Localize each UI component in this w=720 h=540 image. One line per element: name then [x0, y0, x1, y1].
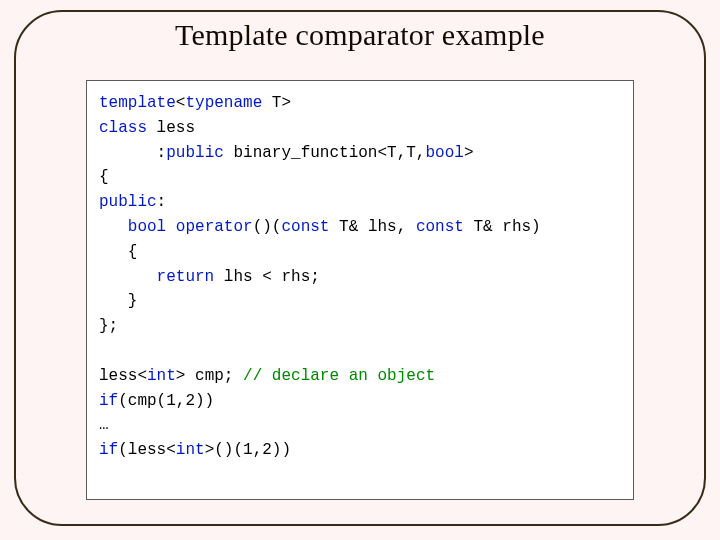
code-text: less< [99, 367, 147, 385]
kw-const: const [281, 218, 329, 236]
code-text: lhs < rhs; [214, 268, 320, 286]
kw-bool: bool [425, 144, 463, 162]
code-text [99, 268, 157, 286]
code-text: (less< [118, 441, 176, 459]
kw-if: if [99, 392, 118, 410]
code-text: (cmp(1,2)) [118, 392, 214, 410]
kw-typename: typename [185, 94, 262, 112]
kw-int: int [147, 367, 176, 385]
kw-return: return [157, 268, 215, 286]
code-text: … [99, 416, 109, 434]
code-text [99, 218, 128, 236]
kw-public: public [166, 144, 224, 162]
code-text: T& rhs) [464, 218, 541, 236]
code-text: }; [99, 317, 118, 335]
kw-bool: bool [128, 218, 166, 236]
kw-class: class [99, 119, 147, 137]
slide-title: Template comparator example [0, 18, 720, 52]
code-text: > [464, 144, 474, 162]
kw-operator: operator [176, 218, 253, 236]
code-text: : [157, 193, 167, 211]
code-text: T& lhs, [329, 218, 415, 236]
kw-if: if [99, 441, 118, 459]
slide: Template comparator example template<typ… [0, 0, 720, 540]
kw-template: template [99, 94, 176, 112]
code-text: : [99, 144, 166, 162]
code-text: } [99, 292, 137, 310]
code-text: ()( [253, 218, 282, 236]
code-text: < [176, 94, 186, 112]
code-text: { [99, 168, 109, 186]
kw-public: public [99, 193, 157, 211]
code-text: > cmp; [176, 367, 243, 385]
code-content: template<typename T> class less :public … [99, 91, 621, 463]
comment: // declare an object [243, 367, 435, 385]
kw-int: int [176, 441, 205, 459]
code-text: >()(1,2)) [205, 441, 291, 459]
code-text: binary_function<T,T, [224, 144, 426, 162]
code-text: { [99, 243, 137, 261]
code-text: T> [262, 94, 291, 112]
code-box: template<typename T> class less :public … [86, 80, 634, 500]
code-text: less [147, 119, 195, 137]
code-text [166, 218, 176, 236]
kw-const: const [416, 218, 464, 236]
